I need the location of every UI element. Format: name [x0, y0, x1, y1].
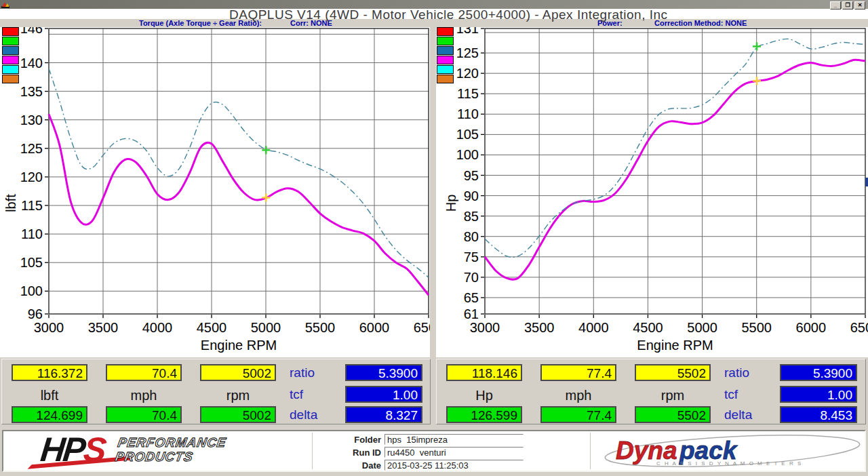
svg-text:5000: 5000 — [251, 320, 281, 335]
run-info-fields: Folder Run ID Date — [329, 433, 524, 472]
speed-secondary-value: 70.4 — [106, 406, 182, 423]
svg-text:125: 125 — [456, 45, 479, 60]
svg-text:85: 85 — [464, 209, 479, 224]
torque-chart[interactable]: 9610010511011512012513013514014630003500… — [0, 27, 430, 357]
footer-panel: HPS PERFORMANCE PRODUCTS Folder Run ID D… — [2, 430, 866, 472]
svg-text:61: 61 — [464, 306, 479, 321]
svg-text:65: 65 — [464, 290, 479, 305]
svg-text:100: 100 — [456, 147, 479, 162]
rpm-secondary-value: 5502 — [635, 406, 711, 423]
legend-swatch-0[interactable] — [2, 27, 19, 36]
footer-divider — [312, 433, 313, 469]
restore-button[interactable]: ❐ — [842, 1, 853, 9]
svg-text:3000: 3000 — [470, 320, 500, 335]
delta-label: delta — [724, 408, 773, 422]
svg-text:110: 110 — [457, 106, 479, 121]
svg-text:125: 125 — [20, 141, 43, 156]
date-input[interactable] — [384, 460, 524, 471]
dynapack-logo: Dyna pack C H A S S I S D Y N A M O M E … — [597, 432, 865, 470]
torque-legend-swatches — [2, 27, 19, 83]
delta-value: 8.453 — [780, 406, 857, 423]
hps-logo: HPS PERFORMANCE PRODUCTS — [41, 433, 225, 467]
svg-text:4000: 4000 — [142, 320, 173, 335]
legend-swatch-1[interactable] — [2, 37, 19, 45]
rpm-primary-value: 5502 — [635, 364, 711, 381]
ratio-label: ratio — [290, 365, 338, 380]
svg-text:70: 70 — [464, 270, 479, 285]
folder-label: Folder — [329, 435, 384, 445]
clipped-window-artifact — [865, 178, 868, 186]
footer-divider — [590, 433, 591, 469]
tcf-value: 1.00 — [345, 386, 422, 403]
svg-text:115: 115 — [21, 198, 43, 213]
power-secondary-value: 126.599 — [446, 406, 522, 423]
run-id-label: Run ID — [329, 448, 384, 458]
speed-unit-label: mph — [540, 388, 616, 403]
svg-text:96: 96 — [28, 306, 43, 321]
delta-label: delta — [290, 408, 338, 422]
legend-swatch-5[interactable] — [437, 75, 454, 83]
svg-text:90: 90 — [464, 189, 479, 203]
page-title: DAQPLUS V14 (4WD - Motor Vehicle 2500+40… — [229, 7, 668, 22]
svg-text:120: 120 — [456, 66, 479, 81]
speed-primary-value: 77.4 — [540, 364, 616, 381]
legend-swatch-0[interactable] — [437, 27, 454, 36]
torque-unit-label: lbft — [12, 388, 87, 403]
power-chart[interactable]: 6165707580859095100105110115120125131300… — [436, 27, 868, 357]
svg-text:120: 120 — [20, 170, 43, 184]
legend-swatch-1[interactable] — [437, 37, 454, 45]
ratio-value: 5.3900 — [780, 364, 857, 381]
svg-text:4500: 4500 — [633, 320, 663, 335]
power-legend-swatches — [437, 27, 454, 83]
svg-text:115: 115 — [457, 86, 479, 101]
run-id-input[interactable] — [384, 447, 524, 458]
rpm-unit-label: rpm — [635, 388, 711, 403]
speed-secondary-value: 77.4 — [540, 406, 616, 423]
hps-logo-line1: PERFORMANCE — [117, 435, 228, 450]
power-unit-label: Hp — [446, 388, 522, 403]
app-icon — [1, 1, 9, 8]
power-readout-panel: 118.146 77.4 5502 Hp mph rpm 126.599 77.… — [436, 359, 866, 424]
svg-text:Engine RPM: Engine RPM — [637, 338, 713, 353]
svg-text:131: 131 — [456, 27, 479, 36]
legend-swatch-3[interactable] — [437, 56, 454, 64]
power-header-corr: Correction Method: NONE — [654, 19, 747, 27]
rpm-secondary-value: 5002 — [200, 406, 276, 423]
rpm-unit-label: rpm — [200, 388, 276, 403]
close-button[interactable]: ✕ — [854, 1, 865, 9]
speed-unit-label: mph — [106, 388, 182, 403]
svg-text:130: 130 — [20, 113, 43, 127]
minimize-button[interactable]: _ — [830, 1, 841, 9]
torque-secondary-value: 124.699 — [12, 406, 87, 423]
power-chart-panel: Hp 6165707580859095100105110115120125131… — [436, 27, 868, 357]
legend-swatch-4[interactable] — [2, 65, 19, 74]
svg-text:80: 80 — [464, 229, 479, 244]
tcf-label: tcf — [290, 387, 338, 402]
svg-text:Engine RPM: Engine RPM — [201, 338, 277, 353]
legend-swatch-2[interactable] — [2, 46, 19, 55]
torque-chart-panel: lbft 96100105110115120125130135140146300… — [0, 27, 430, 357]
svg-text:5500: 5500 — [305, 320, 336, 335]
torque-primary-value: 116.372 — [12, 364, 87, 381]
date-label: Date — [329, 460, 384, 471]
folder-input[interactable] — [384, 434, 524, 445]
window-controls: _ ❐ ✕ — [830, 1, 865, 9]
dynapack-logo-subtitle: C H A S S I S D Y N A M O M E T E R S — [656, 460, 802, 467]
svg-text:75: 75 — [464, 250, 479, 264]
legend-swatch-5[interactable] — [2, 75, 19, 83]
tcf-label: tcf — [724, 387, 773, 402]
legend-swatch-4[interactable] — [437, 65, 454, 74]
svg-text:105: 105 — [20, 255, 43, 270]
svg-text:140: 140 — [20, 56, 43, 71]
delta-value: 8.327 — [345, 406, 422, 423]
legend-swatch-3[interactable] — [2, 56, 19, 64]
legend-swatch-2[interactable] — [437, 46, 454, 55]
svg-text:4000: 4000 — [578, 320, 609, 335]
svg-text:100: 100 — [20, 283, 43, 298]
svg-text:5000: 5000 — [687, 320, 717, 335]
torque-readout-panel: 116.372 70.4 5002 lbft mph rpm 124.699 7… — [1, 359, 431, 424]
svg-text:6500: 6500 — [850, 320, 868, 335]
rpm-primary-value: 5002 — [200, 364, 276, 381]
hps-logo-line2: PRODUCTS — [114, 450, 194, 464]
svg-text:146: 146 — [20, 27, 43, 36]
